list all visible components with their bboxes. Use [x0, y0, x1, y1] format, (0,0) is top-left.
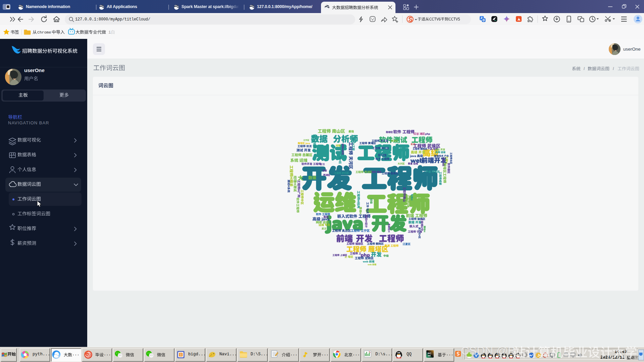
svg-text:PC: PC [428, 352, 431, 355]
